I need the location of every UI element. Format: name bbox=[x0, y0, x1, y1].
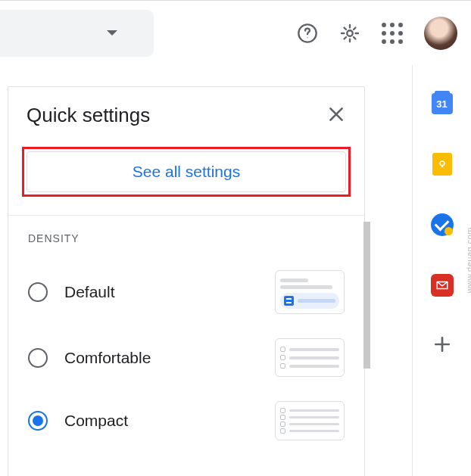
density-section-label: DENSITY bbox=[8, 232, 364, 244]
settings-button[interactable] bbox=[332, 15, 368, 51]
svg-point-2 bbox=[347, 30, 352, 36]
category-dropdown[interactable] bbox=[0, 10, 154, 57]
watermark: www.deuaq.com bbox=[465, 227, 471, 293]
keep-icon bbox=[432, 153, 452, 176]
svg-point-3 bbox=[440, 161, 444, 166]
calendar-icon: 31 bbox=[432, 93, 453, 114]
radio-icon bbox=[28, 348, 48, 368]
density-preview-default bbox=[275, 270, 345, 314]
density-option-comfortable[interactable]: Comfortable bbox=[22, 326, 351, 389]
density-option-compact[interactable]: Compact bbox=[22, 389, 351, 453]
add-app-button[interactable] bbox=[431, 334, 454, 357]
side-rail: 31 bbox=[412, 65, 471, 476]
scrollbar[interactable] bbox=[363, 222, 370, 369]
density-label: Comfortable bbox=[64, 349, 275, 367]
envelope-icon bbox=[431, 274, 454, 297]
panel-title: Quick settings bbox=[27, 104, 150, 127]
calendar-app[interactable]: 31 bbox=[431, 92, 454, 115]
contacts-app[interactable] bbox=[431, 274, 454, 297]
see-all-settings-button[interactable]: See all settings bbox=[27, 151, 346, 192]
apps-grid-icon bbox=[382, 23, 403, 44]
panel-header: Quick settings bbox=[8, 87, 364, 136]
help-icon bbox=[297, 23, 318, 44]
quick-settings-panel: Quick settings See all settings DENSITY … bbox=[8, 86, 365, 476]
plus-icon bbox=[432, 334, 452, 357]
density-preview-compact bbox=[275, 401, 345, 440]
density-options: Default Comfortable bbox=[8, 258, 364, 453]
main-area: Quick settings See all settings DENSITY … bbox=[0, 65, 471, 476]
density-preview-comfortable bbox=[275, 338, 345, 377]
density-option-default[interactable]: Default bbox=[22, 258, 351, 326]
density-label: Default bbox=[64, 283, 275, 301]
top-toolbar bbox=[0, 0, 471, 65]
support-button[interactable] bbox=[289, 15, 326, 51]
caret-down-icon bbox=[107, 30, 117, 36]
close-icon bbox=[326, 104, 346, 124]
radio-icon bbox=[28, 282, 48, 302]
tasks-app[interactable] bbox=[431, 213, 454, 236]
svg-point-1 bbox=[307, 37, 307, 38]
keep-app[interactable] bbox=[431, 153, 454, 176]
density-label: Compact bbox=[64, 412, 275, 430]
gear-icon bbox=[339, 23, 360, 44]
apps-button[interactable] bbox=[374, 15, 410, 51]
see-all-highlight: See all settings bbox=[22, 147, 351, 197]
divider bbox=[8, 215, 364, 216]
radio-selected-icon bbox=[28, 411, 48, 431]
close-button[interactable] bbox=[326, 104, 346, 127]
tasks-icon bbox=[431, 213, 454, 236]
account-avatar[interactable] bbox=[424, 17, 457, 50]
panel-column: Quick settings See all settings DENSITY … bbox=[0, 65, 374, 476]
